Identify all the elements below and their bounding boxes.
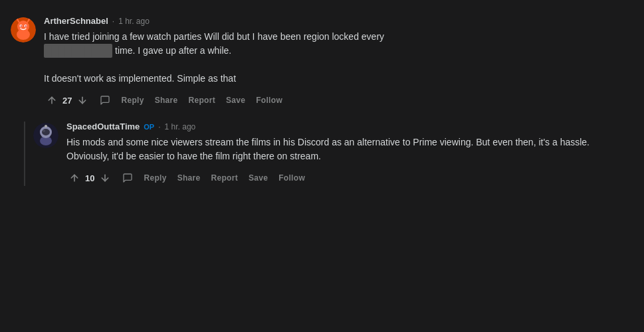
comment-thread: ArtherSchnabel · 1 hr. ago I have tried … <box>0 11 644 205</box>
comment-body: SpacedOuttaTime OP · 1 hr. ago His mods … <box>66 122 633 186</box>
share-button[interactable]: Share <box>151 93 182 108</box>
svg-point-14 <box>42 129 50 135</box>
comment-text-line1: I have tried joining a few watch parties… <box>44 31 384 42</box>
comment-icon-button[interactable] <box>118 170 137 186</box>
svg-point-6 <box>25 25 27 27</box>
comment-actions: 10 Reply Share <box>66 170 633 186</box>
svg-point-8 <box>17 19 19 21</box>
comment-body: ArtherSchnabel · 1 hr. ago I have tried … <box>44 16 633 108</box>
username: SpacedOuttaTime <box>66 122 140 131</box>
report-button[interactable]: Report <box>185 93 219 108</box>
timestamp: 1 hr. ago <box>165 122 196 131</box>
save-button[interactable]: Save <box>222 93 249 108</box>
upvote-button[interactable] <box>44 92 60 108</box>
comment-text: His mods and some nice viewers stream th… <box>66 135 633 163</box>
svg-point-16 <box>45 125 47 127</box>
avatar <box>33 123 58 148</box>
comment-actions: 27 Reply Share Report Save <box>44 92 633 108</box>
comment-item: SpacedOuttaTime OP · 1 hr. ago His mods … <box>33 122 633 186</box>
nested-comment-container: SpacedOuttaTime OP · 1 hr. ago His mods … <box>24 122 633 186</box>
comment-item: ArtherSchnabel · 1 hr. ago I have tried … <box>11 16 633 108</box>
timestamp-separator: · <box>158 122 160 131</box>
upvote-button[interactable] <box>66 170 82 186</box>
comment-text-line3: It doesn't work as implemented. Simple a… <box>44 73 236 84</box>
reply-button[interactable]: Reply <box>117 93 148 108</box>
reply-button[interactable]: Reply <box>140 171 170 185</box>
comment-text: I have tried joining a few watch parties… <box>44 30 633 86</box>
comment-header: ArtherSchnabel · 1 hr. ago <box>44 16 633 26</box>
downvote-button[interactable] <box>97 170 113 186</box>
downvote-button[interactable] <box>74 92 90 108</box>
censored-text: ██████████ <box>44 44 112 58</box>
avatar <box>11 17 36 42</box>
follow-button[interactable]: Follow <box>252 93 286 108</box>
svg-point-15 <box>43 130 45 132</box>
share-button[interactable]: Share <box>173 171 205 185</box>
vote-section: 10 <box>66 170 113 186</box>
comment-icon-button[interactable] <box>96 92 114 108</box>
follow-button[interactable]: Follow <box>274 171 309 185</box>
timestamp: · <box>112 17 114 26</box>
vote-count: 10 <box>85 173 94 183</box>
comment-text-line2: time. I gave up after a while. <box>115 45 231 56</box>
save-button[interactable]: Save <box>245 171 272 185</box>
svg-point-5 <box>21 25 22 27</box>
comment-header: SpacedOuttaTime OP · 1 hr. ago <box>66 122 633 131</box>
report-button[interactable]: Report <box>207 171 242 185</box>
username: ArtherSchnabel <box>44 16 108 26</box>
vote-section: 27 <box>44 92 90 108</box>
op-badge: OP <box>144 123 154 131</box>
vote-count: 27 <box>62 96 72 106</box>
svg-point-10 <box>29 19 31 21</box>
timestamp: 1 hr. ago <box>118 17 150 26</box>
